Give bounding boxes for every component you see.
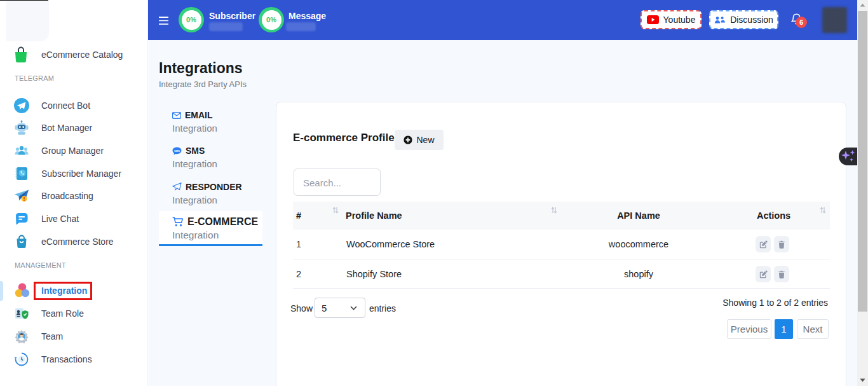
- svg-text:SMS: SMS: [174, 149, 180, 152]
